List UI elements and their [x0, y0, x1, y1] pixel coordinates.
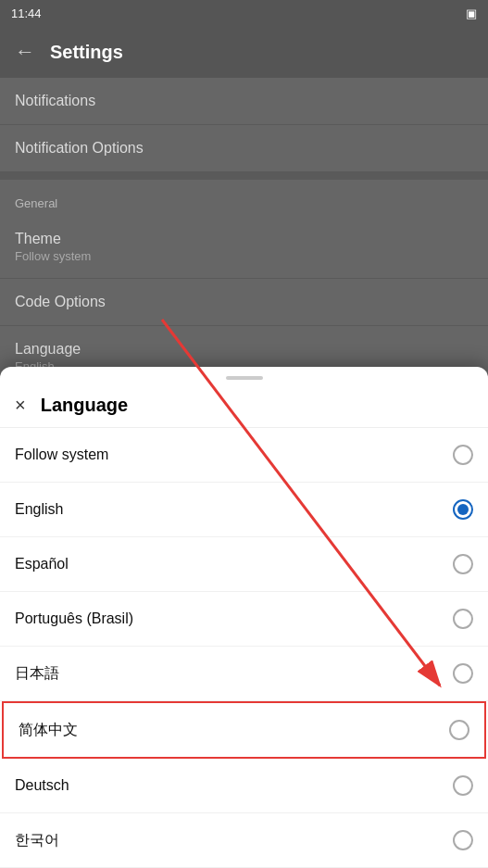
notifications-item[interactable]: Notifications — [0, 78, 488, 125]
language-name: English — [15, 501, 63, 518]
sheet-header: × Language — [0, 384, 488, 428]
language-list: Follow systemEnglishEspañolPortuguês (Br… — [0, 428, 488, 868]
sheet-title: Language — [41, 395, 128, 416]
language-item[interactable]: English — [0, 483, 488, 537]
language-name: Español — [15, 556, 69, 572]
radio-button[interactable] — [453, 830, 473, 850]
general-section-label: General — [0, 180, 488, 216]
language-item[interactable]: Deutsch — [0, 759, 488, 813]
language-name: 日本語 — [15, 664, 59, 684]
status-icons: ▣ — [466, 6, 477, 20]
language-bottom-sheet: × Language Follow systemEnglishEspañolPo… — [0, 367, 488, 868]
language-name: 简体中文 — [19, 721, 78, 740]
settings-background: ← Settings Notifications Notification Op… — [0, 26, 488, 389]
signal-icon: ▣ — [466, 6, 477, 20]
notification-options-label: Notification Options — [15, 140, 473, 157]
language-label: Language — [15, 341, 473, 358]
close-button[interactable]: × — [15, 395, 26, 416]
theme-item[interactable]: Theme Follow system — [0, 216, 488, 279]
status-time: 11:44 — [11, 6, 42, 20]
radio-inner — [457, 504, 469, 515]
theme-label: Theme — [15, 231, 473, 247]
theme-sublabel: Follow system — [15, 249, 473, 263]
radio-button[interactable] — [453, 445, 473, 465]
radio-button[interactable] — [453, 663, 473, 684]
language-item[interactable]: 한국어 — [0, 813, 488, 868]
notifications-label: Notifications — [15, 93, 473, 109]
radio-button[interactable] — [453, 554, 473, 574]
code-options-label: Code Options — [15, 294, 473, 310]
radio-button[interactable] — [453, 499, 473, 520]
settings-header: ← Settings — [0, 26, 488, 78]
radio-button[interactable] — [453, 609, 473, 629]
language-name: Português (Brasil) — [15, 610, 133, 627]
code-options-item[interactable]: Code Options — [0, 279, 488, 326]
language-item[interactable]: Português (Brasil) — [0, 592, 488, 647]
status-bar: 11:44 ▣ — [0, 0, 488, 26]
radio-button[interactable] — [453, 775, 473, 796]
section-divider — [0, 172, 488, 180]
language-item[interactable]: 日本語 — [0, 647, 488, 701]
back-button[interactable]: ← — [15, 40, 35, 64]
language-name: Follow system — [15, 447, 108, 463]
language-item[interactable]: Español — [0, 537, 488, 592]
language-name: Deutsch — [15, 777, 69, 794]
radio-button[interactable] — [449, 720, 469, 740]
notification-options-item[interactable]: Notification Options — [0, 125, 488, 172]
language-name: 한국어 — [15, 831, 59, 850]
settings-list: Notifications Notification Options Gener… — [0, 78, 488, 389]
settings-title: Settings — [50, 42, 123, 63]
language-item[interactable]: 简体中文 — [2, 701, 486, 759]
language-item[interactable]: Follow system — [0, 428, 488, 483]
sheet-handle — [226, 376, 263, 380]
